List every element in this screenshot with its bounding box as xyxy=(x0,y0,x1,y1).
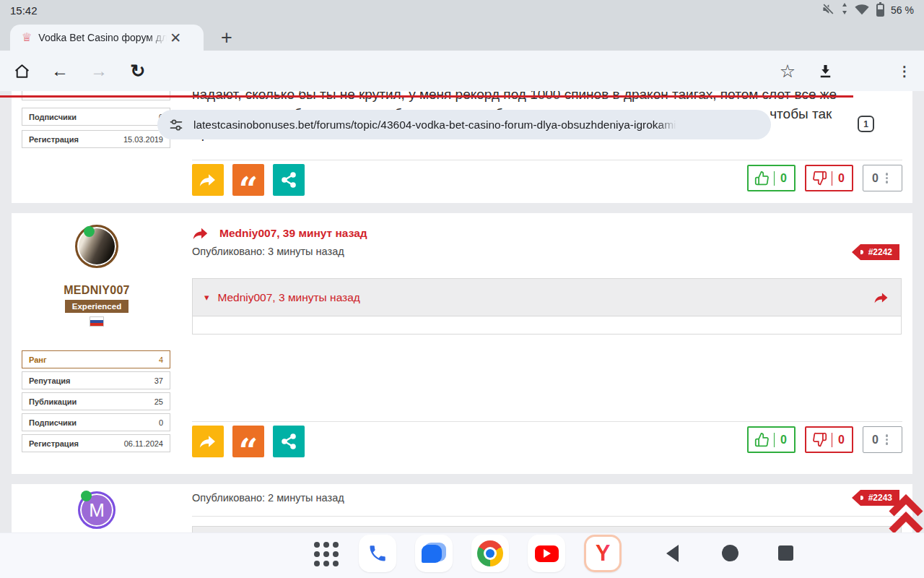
youtube-app-icon[interactable] xyxy=(528,535,565,572)
share-button[interactable] xyxy=(273,164,305,196)
new-tab-button[interactable]: + xyxy=(221,27,232,48)
quote-header[interactable]: ▾ Medniy007, 3 минуты назад xyxy=(193,279,901,316)
stat-row-registered: Регистрация 15.03.2019 xyxy=(22,130,170,148)
vote-group: 0 0 0 xyxy=(747,426,902,453)
post-actions: “ xyxy=(192,164,305,196)
app-drawer-icon[interactable] xyxy=(312,540,341,568)
battery-icon xyxy=(876,4,884,17)
vote-group: 0 0 0 xyxy=(747,165,902,191)
username[interactable]: MEDNIY007 xyxy=(12,284,182,297)
browser-tab[interactable]: ♕ Vodka Bet Casino форум дл ✕ xyxy=(10,25,204,51)
post-actions: “ xyxy=(192,426,305,457)
published-timestamp: Опубликовано: 3 минуты назад xyxy=(192,246,344,257)
browser-toolbar: ← → ↻ latestcasinobonuses.bet/forums/top… xyxy=(0,51,924,91)
like-button[interactable]: 0 xyxy=(747,165,796,191)
clock: 15:42 xyxy=(10,4,38,17)
stat-row-publications: Публикации 25 xyxy=(22,392,170,410)
badge-dot-icon xyxy=(859,250,863,254)
online-status-icon xyxy=(84,226,95,237)
stat-row-rank: Ранг 4 xyxy=(22,350,170,368)
back-icon[interactable]: ← xyxy=(51,61,69,80)
reply-button[interactable] xyxy=(192,164,224,196)
stat-row-registered: Регистрация 06.11.2024 xyxy=(22,434,170,452)
quote-body xyxy=(193,316,901,334)
red-progress-bar xyxy=(0,95,853,98)
dislike-button[interactable]: 0 xyxy=(805,165,853,191)
quote-button[interactable]: “ xyxy=(232,164,264,196)
like-button[interactable]: 0 xyxy=(747,426,796,453)
download-icon[interactable] xyxy=(816,61,834,80)
tab-close-icon[interactable]: ✕ xyxy=(170,30,181,46)
battery-percent: 56 % xyxy=(891,4,914,16)
reply-button[interactable] xyxy=(192,426,224,457)
thumbs-up-icon xyxy=(754,171,770,186)
browser-menu-icon[interactable]: ⋮ xyxy=(895,61,914,80)
bookmark-star-icon[interactable]: ☆ xyxy=(778,61,797,80)
divider xyxy=(192,421,902,422)
quote-button[interactable]: “ xyxy=(232,426,264,457)
dislike-button[interactable]: 0 xyxy=(805,426,853,453)
tab-strip: ♕ Vodka Bet Casino форум дл ✕ + xyxy=(0,20,924,51)
double-chevron-up-icon xyxy=(888,494,924,533)
site-favicon-crown-icon: ♕ xyxy=(22,32,32,43)
thumbs-up-icon xyxy=(754,432,770,447)
home-icon[interactable] xyxy=(12,61,31,80)
tab-title: Vodka Bet Casino форум дл xyxy=(38,32,167,43)
url-bar[interactable]: latestcasinobonuses.bet/forums/topic/436… xyxy=(157,110,771,139)
forum-post-1: Подписчики 0 Регистрация 15.03.2019 нада… xyxy=(12,91,912,203)
stat-row-reputation: Репутация 37 xyxy=(22,371,170,389)
forward-icon[interactable]: → xyxy=(90,61,108,80)
reply-reference[interactable]: Medniy007, 39 минут назад xyxy=(192,225,367,242)
nav-recents-button[interactable] xyxy=(778,545,793,561)
thumbs-down-icon xyxy=(812,432,827,447)
published-timestamp: Опубликовано: 2 минуты назад xyxy=(192,492,344,504)
site-settings-icon[interactable] xyxy=(169,118,183,132)
goto-quoted-post-icon[interactable] xyxy=(873,290,889,306)
reload-icon[interactable]: ↻ xyxy=(128,61,147,80)
wifi-icon xyxy=(854,3,870,18)
divider xyxy=(192,160,902,160)
messages-app-icon[interactable] xyxy=(415,535,453,572)
user-rank-badge: Experienced xyxy=(12,300,182,313)
url-text: latestcasinobonuses.bet/forums/topic/436… xyxy=(193,118,676,131)
share-button[interactable] xyxy=(273,426,305,457)
stat-row-followers: Подписчики 0 xyxy=(22,108,170,126)
russia-flag-icon xyxy=(90,316,104,327)
mute-icon xyxy=(821,2,835,19)
phone-app-icon[interactable] xyxy=(359,535,396,572)
score-menu-button[interactable]: 0 xyxy=(863,165,902,191)
quote-block: ▾ Medniy007, 3 минуты назад xyxy=(192,278,902,335)
stat-row-followers: Подписчики 0 xyxy=(22,413,170,431)
avatar[interactable] xyxy=(75,225,118,268)
reply-arrow-icon xyxy=(192,225,209,242)
thumbs-down-icon xyxy=(812,171,827,186)
collapse-caret-icon[interactable]: ▾ xyxy=(204,292,209,303)
status-bar: 15:42 56 % xyxy=(0,0,924,20)
scroll-to-top-button[interactable] xyxy=(888,494,924,536)
online-status-icon xyxy=(81,491,92,501)
post-number-badge: #2242 xyxy=(860,244,899,260)
forum-post-2: MEDNIY007 Experienced Ранг 4 Репутация 3… xyxy=(12,213,912,474)
nav-home-button[interactable] xyxy=(722,545,738,561)
tab-switcher-button[interactable]: 1 xyxy=(858,116,874,132)
kebab-icon xyxy=(886,171,889,185)
badge-dot-icon xyxy=(859,496,863,500)
kebab-icon xyxy=(886,433,889,447)
nav-back-button[interactable] xyxy=(666,545,679,562)
score-menu-button[interactable]: 0 xyxy=(863,426,902,453)
chrome-app-icon[interactable] xyxy=(471,535,509,572)
divider xyxy=(192,516,902,517)
network-arrows-icon xyxy=(842,2,847,18)
yandex-app-icon[interactable]: Y xyxy=(584,535,622,572)
